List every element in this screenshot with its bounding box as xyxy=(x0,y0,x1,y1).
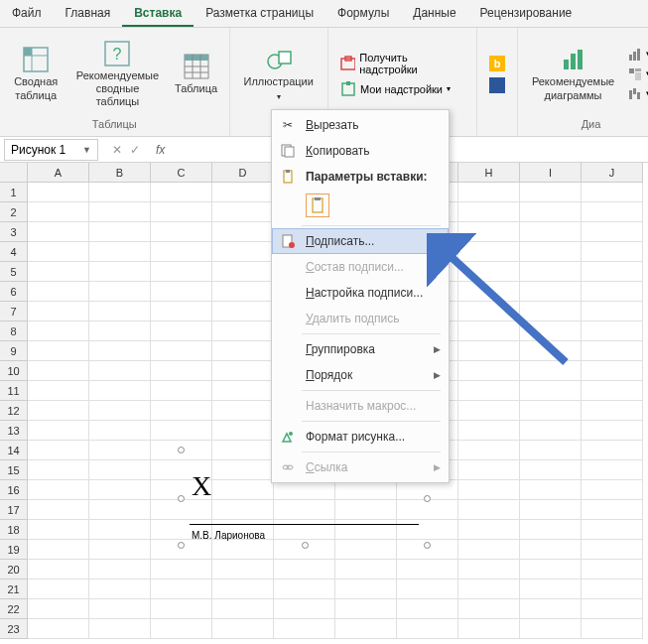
cell[interactable] xyxy=(397,599,458,619)
tab-data[interactable]: Данные xyxy=(401,0,467,27)
ctx-group[interactable]: Группировка ▶ xyxy=(272,336,449,362)
cell[interactable] xyxy=(28,183,89,202)
cell[interactable] xyxy=(89,361,151,381)
cell[interactable] xyxy=(89,183,151,202)
cell[interactable] xyxy=(582,302,643,322)
row-header[interactable]: 21 xyxy=(0,580,28,599)
cell[interactable] xyxy=(335,560,397,580)
cell[interactable] xyxy=(28,520,89,540)
cell[interactable] xyxy=(212,580,274,599)
cell[interactable] xyxy=(582,500,643,520)
cell[interactable] xyxy=(582,401,643,421)
cell[interactable] xyxy=(151,401,212,421)
row-header[interactable]: 11 xyxy=(0,381,28,401)
col-header[interactable]: C xyxy=(151,163,212,183)
cell[interactable] xyxy=(458,401,520,421)
cell[interactable] xyxy=(28,282,89,302)
cell[interactable] xyxy=(28,580,89,599)
cell[interactable] xyxy=(520,460,582,480)
table-button[interactable]: Таблица xyxy=(172,32,221,116)
cell[interactable] xyxy=(89,381,151,401)
cell[interactable] xyxy=(151,421,212,441)
row-header[interactable]: 17 xyxy=(0,500,28,520)
row-header[interactable]: 10 xyxy=(0,361,28,381)
cell[interactable] xyxy=(582,341,643,361)
cell[interactable] xyxy=(212,322,274,341)
ctx-format-picture[interactable]: Формат рисунка... xyxy=(272,424,449,450)
cell[interactable] xyxy=(582,183,643,202)
cell[interactable] xyxy=(89,540,151,560)
cell[interactable] xyxy=(28,619,89,639)
cell[interactable] xyxy=(274,619,335,639)
cell[interactable] xyxy=(335,599,397,619)
cell[interactable] xyxy=(458,599,520,619)
cell[interactable] xyxy=(151,580,212,599)
row-header[interactable]: 2 xyxy=(0,202,28,222)
cell[interactable] xyxy=(520,540,582,560)
ctx-copy[interactable]: Копировать xyxy=(272,138,449,164)
cell[interactable] xyxy=(89,322,151,341)
people-graph-button[interactable] xyxy=(485,75,509,95)
cell[interactable] xyxy=(458,421,520,441)
cell[interactable] xyxy=(458,619,520,639)
cell[interactable] xyxy=(212,242,274,262)
cell[interactable] xyxy=(582,460,643,480)
cell[interactable] xyxy=(89,441,151,460)
cell[interactable] xyxy=(458,500,520,520)
cell[interactable] xyxy=(28,381,89,401)
ctx-cut[interactable]: ✂ Вырезать xyxy=(272,112,449,138)
cell[interactable] xyxy=(582,520,643,540)
illustrations-button[interactable]: Иллюстрации ▾ xyxy=(238,32,320,116)
cell[interactable] xyxy=(582,619,643,639)
cell[interactable] xyxy=(458,202,520,222)
row-header[interactable]: 9 xyxy=(0,341,28,361)
cell[interactable] xyxy=(582,381,643,401)
cell[interactable] xyxy=(28,361,89,381)
ctx-order[interactable]: Порядок ▶ xyxy=(272,362,449,388)
cell[interactable] xyxy=(458,520,520,540)
row-header[interactable]: 6 xyxy=(0,282,28,302)
cell[interactable] xyxy=(89,302,151,322)
row-header[interactable]: 18 xyxy=(0,520,28,540)
cell[interactable] xyxy=(28,441,89,460)
cell[interactable] xyxy=(151,242,212,262)
tab-review[interactable]: Рецензирование xyxy=(468,0,584,27)
cell[interactable] xyxy=(89,401,151,421)
row-header[interactable]: 1 xyxy=(0,183,28,202)
cell[interactable] xyxy=(28,480,89,500)
recommended-pivot-button[interactable]: ? Рекомендуемые сводные таблицы xyxy=(67,32,167,116)
cell[interactable] xyxy=(582,560,643,580)
cell[interactable] xyxy=(458,580,520,599)
cell[interactable] xyxy=(89,282,151,302)
cancel-formula-icon[interactable]: ✕ xyxy=(112,143,122,157)
cell[interactable] xyxy=(458,183,520,202)
cell[interactable] xyxy=(151,222,212,242)
row-header[interactable]: 23 xyxy=(0,619,28,639)
cell[interactable] xyxy=(89,619,151,639)
cell[interactable] xyxy=(212,361,274,381)
cell[interactable] xyxy=(274,560,335,580)
resize-handle[interactable] xyxy=(424,542,431,549)
cell[interactable] xyxy=(89,520,151,540)
tab-formulas[interactable]: Формулы xyxy=(325,0,401,27)
cell[interactable] xyxy=(151,322,212,341)
cell[interactable] xyxy=(28,242,89,262)
row-header[interactable]: 8 xyxy=(0,322,28,341)
select-all-corner[interactable] xyxy=(0,163,28,183)
recommended-charts-button[interactable]: Рекомендуемые диаграммы xyxy=(526,32,620,116)
cell[interactable] xyxy=(151,361,212,381)
col-header[interactable]: B xyxy=(89,163,151,183)
get-addins-button[interactable]: Получить надстройки xyxy=(336,50,468,77)
confirm-formula-icon[interactable]: ✓ xyxy=(130,143,140,157)
cell[interactable] xyxy=(212,381,274,401)
cell[interactable] xyxy=(520,421,582,441)
cell[interactable] xyxy=(520,441,582,460)
cell[interactable] xyxy=(89,242,151,262)
chevron-down-icon[interactable]: ▼ xyxy=(82,145,91,155)
cell[interactable] xyxy=(89,599,151,619)
cell[interactable] xyxy=(151,560,212,580)
cell[interactable] xyxy=(520,520,582,540)
cell[interactable] xyxy=(89,421,151,441)
row-header[interactable]: 5 xyxy=(0,262,28,282)
cell[interactable] xyxy=(582,599,643,619)
